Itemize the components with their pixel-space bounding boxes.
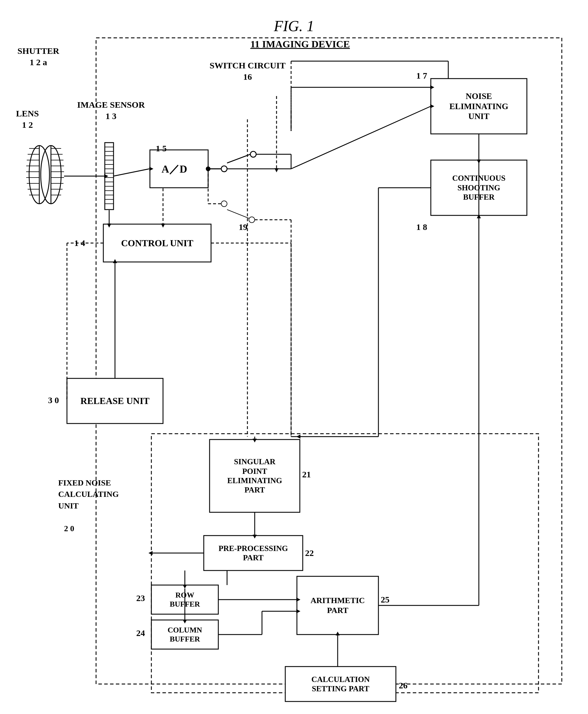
noise-eliminating-box: NOISE ELIMINATING UNIT: [431, 79, 527, 134]
svg-marker-111: [148, 551, 152, 555]
lens-label: LENS 1 2: [16, 108, 39, 130]
singular-point-num: 21: [302, 469, 311, 480]
svg-line-66: [291, 106, 431, 169]
svg-marker-122: [274, 168, 278, 172]
shutter-label: SHUTTER 1 2 a: [18, 45, 59, 68]
pre-processing-box: PRE-PROCESSING PART: [204, 536, 303, 570]
svg-line-62: [227, 154, 250, 163]
lens-symbol: [26, 146, 64, 204]
continuous-shooting-box: CONTINUOUS SHOOTING BUFFER: [431, 160, 527, 215]
imaging-device-label: 11 IMAGING DEVICE: [250, 38, 350, 51]
singular-point-box: SINGULAR POINT ELIMINATING PART: [210, 440, 300, 512]
calculation-setting-box: CALCULATION SETTING PART: [285, 667, 396, 701]
svg-line-52: [113, 169, 149, 176]
svg-point-70: [221, 201, 227, 207]
svg-point-63: [250, 151, 256, 157]
pre-processing-num: 22: [305, 547, 314, 559]
control-unit-num: 1 4: [74, 237, 85, 249]
release-unit-num: 3 0: [48, 394, 59, 406]
fixed-noise-label: FIXED NOISE CALCULATING UNIT 2 0: [58, 466, 119, 534]
control-unit-box: CONTROL UNIT: [103, 224, 211, 262]
calculation-setting-num: 26: [399, 680, 407, 691]
ad-label: A／D: [162, 163, 187, 176]
arithmetic-box: ARITHMETIC PART: [297, 576, 378, 634]
diagram-container: FIG. 1: [0, 0, 588, 714]
column-buffer-box: COLUMN BUFFER: [151, 620, 218, 649]
image-sensor-label: IMAGE SENSOR 1 3: [77, 99, 145, 122]
arithmetic-num: 25: [381, 594, 390, 605]
switch-circuit-label: SWITCH CIRCUIT 16: [210, 60, 286, 82]
row-buffer-box: ROW BUFFER: [151, 585, 218, 614]
noise-eliminating-num: 1 7: [416, 70, 427, 81]
svg-point-61: [221, 166, 227, 172]
column-buffer-num: 24: [136, 627, 145, 638]
switch-19-label: 19: [239, 221, 247, 233]
svg-point-72: [249, 217, 255, 223]
release-unit-box: RELEASE UNIT: [67, 378, 163, 423]
continuous-shooting-num: 1 8: [416, 221, 427, 233]
svg-line-71: [227, 210, 249, 218]
ad-num: 1 5: [156, 143, 167, 154]
row-buffer-num: 23: [136, 592, 145, 604]
